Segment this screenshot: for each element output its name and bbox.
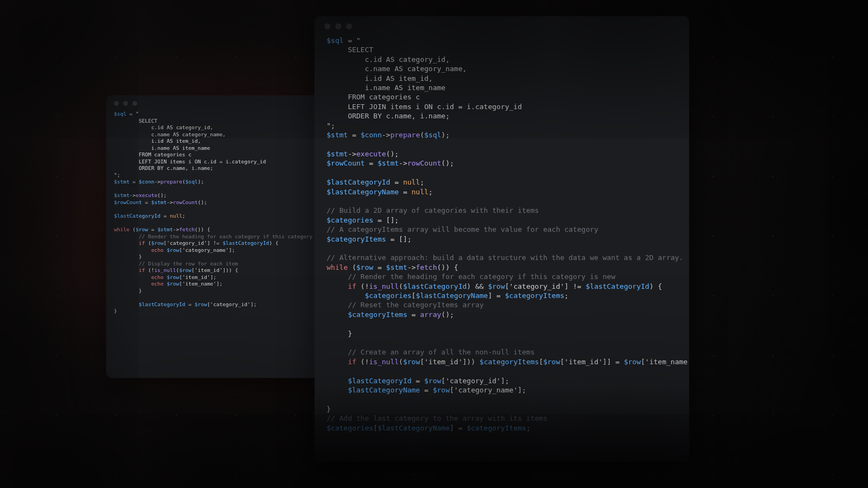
token: 'item_id' (195, 267, 222, 273)
token: $lastCategoryId (348, 377, 411, 385)
code-line: } (114, 288, 327, 295)
code-line (327, 395, 677, 404)
code-line: $stmt = $conn->prepare($sql); (327, 130, 677, 140)
token: -> (167, 199, 173, 205)
token: fetch (416, 263, 437, 271)
code-line: echo $row['category_name']; (114, 247, 327, 254)
token: c.id AS category_id, (114, 124, 213, 130)
token: $stmt (386, 263, 407, 271)
window-titlebar[interactable] (106, 96, 334, 111)
token: i.name AS item_name (327, 84, 445, 92)
token: ORDER BY c.name, i.name; (327, 112, 450, 120)
traffic-light-minimize-icon[interactable] (123, 101, 128, 106)
token: // Build a 2D array of categories with t… (327, 206, 539, 214)
token: $row (167, 274, 179, 280)
token: LEFT JOIN items i ON c.id = i.category_i… (327, 103, 522, 111)
token: if (139, 240, 145, 246)
token: } (114, 308, 117, 314)
code-line: $stmt->execute(); (114, 192, 327, 199)
traffic-light-zoom-icon[interactable] (132, 101, 137, 106)
token: // Render the heading for each category … (114, 233, 334, 239)
token: -> (130, 192, 136, 198)
code-line: $sql = " (327, 36, 677, 45)
code-line: "; (114, 172, 327, 179)
token: (! (356, 282, 369, 290)
token: $row (356, 263, 373, 271)
traffic-light-close-icon[interactable] (114, 101, 119, 106)
token: ] (450, 424, 454, 432)
token: null (170, 213, 182, 219)
token: $row (167, 247, 179, 253)
token: 'category_id' (445, 377, 501, 385)
token: $sql (327, 36, 343, 45)
token: $lastCategoryId (585, 282, 649, 290)
token: ]] (603, 358, 611, 366)
code-area-front[interactable]: $sql = " SELECT c.id AS category_id, c.n… (315, 36, 689, 445)
code-line: // Build a 2D array of categories with t… (327, 206, 677, 215)
token: $lastCategoryName (327, 188, 399, 196)
token: = []; (386, 235, 412, 243)
token: 'category_name' (182, 247, 229, 253)
token: while (327, 263, 348, 271)
token: $row (543, 358, 560, 366)
code-line (114, 206, 327, 213)
code-line: while ($row = $stmt->fetch()) { (327, 263, 677, 272)
code-line: ORDER BY c.name, i.name; (114, 165, 327, 172)
traffic-light-close-icon[interactable] (324, 23, 330, 29)
token: ) (467, 282, 471, 290)
code-line (327, 319, 677, 328)
code-line: "; (327, 121, 677, 130)
code-line: // Render the heading for each category … (327, 272, 677, 281)
traffic-light-minimize-icon[interactable] (335, 23, 341, 29)
code-line (114, 220, 327, 227)
code-line (327, 244, 677, 253)
code-area-back[interactable]: $sql = " SELECT c.id AS category_id, c.n… (106, 111, 334, 322)
token: $categories (365, 291, 411, 300)
code-line: ORDER BY c.name, i.name; (327, 111, 677, 121)
token: " (136, 111, 139, 117)
window-titlebar[interactable] (315, 16, 689, 36)
token: [ (373, 424, 378, 432)
token: $lastCategoryName (348, 386, 420, 394)
code-line: } (327, 404, 677, 414)
token: != (569, 282, 585, 290)
token (327, 377, 348, 385)
token: [ (505, 282, 509, 290)
code-line: // A categoryItems array will become the… (327, 225, 677, 234)
token: $rowCount (327, 159, 365, 167)
code-line: $rowCount = $stmt->rowCount(); (114, 199, 327, 206)
token: SELECT (114, 118, 157, 124)
code-line (327, 366, 677, 376)
token: ()) { (195, 226, 210, 232)
token: ]; (518, 386, 526, 394)
code-line: if ($row['category_id'] != $lastCategory… (114, 240, 327, 247)
token: (! (145, 267, 154, 273)
code-line: $categoryItems = []; (327, 235, 677, 244)
token: = (407, 310, 420, 319)
code-line: $categoryItems = array(); (327, 310, 677, 319)
code-line: LEFT JOIN items i ON c.id = i.category_i… (327, 102, 677, 111)
token: ])) { (222, 267, 238, 273)
token: $stmt (114, 192, 130, 198)
token: null (412, 188, 429, 196)
token: = (343, 36, 356, 45)
token: ]; (210, 274, 216, 280)
token (327, 358, 348, 366)
token: = (130, 179, 139, 185)
token: $categoryItems (327, 235, 386, 243)
token: (); (157, 192, 167, 198)
token: -> (399, 159, 407, 167)
token: array (420, 310, 441, 319)
token: $lastCategoryId (222, 240, 269, 246)
token: = (373, 263, 386, 271)
token: 'category_id' (509, 282, 565, 290)
token: = (611, 358, 623, 366)
token: ])) (463, 358, 480, 366)
token: is_null (154, 267, 176, 273)
token: if (348, 358, 356, 366)
traffic-light-zoom-icon[interactable] (346, 23, 352, 29)
code-line: FROM categories c (327, 92, 677, 102)
token: if (139, 267, 145, 273)
token: ; (526, 424, 531, 432)
code-line: $categories[$lastCategoryName] = $catego… (327, 291, 677, 300)
